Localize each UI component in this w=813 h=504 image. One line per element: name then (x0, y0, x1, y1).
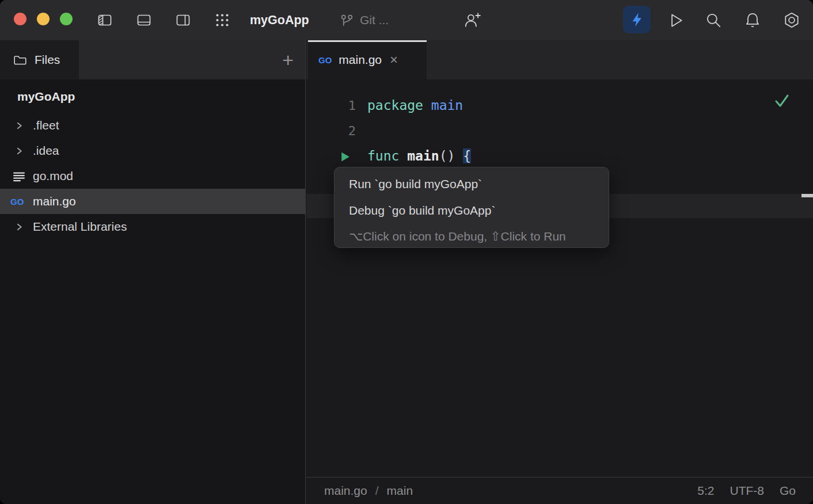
file-language[interactable]: Go (780, 484, 796, 498)
bell-icon (743, 11, 762, 29)
notifications-button[interactable] (743, 11, 762, 29)
status-bar: main.go / main 5:2 UTF-8 Go (306, 477, 813, 504)
folder-icon (12, 52, 28, 68)
fleet-window: myGoApp Git ... (0, 0, 813, 504)
tree-item-label: go.mod (33, 169, 73, 183)
close-window-button[interactable] (14, 13, 26, 25)
play-icon (666, 11, 685, 29)
run-button[interactable] (666, 11, 685, 29)
go-file-icon: GO (13, 197, 33, 207)
editor-panel: GO main.go × 1 package main 2 (306, 40, 813, 504)
left-panel: Files + myGoApp .fleet .idea (0, 40, 306, 504)
toggle-left-panel-button[interactable] (96, 11, 114, 29)
code-line-2: 2 (306, 118, 813, 143)
breadcrumb-separator: / (375, 484, 379, 498)
search-icon (704, 11, 723, 29)
tree-item-fleet[interactable]: .fleet (0, 113, 305, 138)
file-tree: myGoApp .fleet .idea (0, 79, 305, 239)
tree-item-idea[interactable]: .idea (0, 138, 305, 163)
popup-hint-text: ⌥Click on icon to Debug, ⇧Click to Run (335, 224, 609, 249)
breadcrumb[interactable]: main.go / main (324, 484, 413, 498)
workspaces-button[interactable] (213, 11, 231, 29)
tree-item-maingo[interactable]: GO main.go (0, 189, 305, 214)
scrollbar-thumb[interactable] (801, 194, 813, 197)
lines-file-icon (13, 169, 33, 184)
minimize-window-button[interactable] (37, 13, 50, 25)
status-right-group: 5:2 UTF-8 Go (697, 484, 796, 498)
files-tab-label: Files (35, 53, 60, 67)
app-grid-icon (214, 12, 231, 29)
editor-tab-strip: GO main.go × (306, 40, 813, 79)
panel-right-icon (174, 12, 192, 29)
git-widget[interactable]: Git ... (339, 0, 389, 40)
breadcrumb-file[interactable]: main.go (324, 484, 367, 498)
traffic-lights (14, 13, 73, 25)
close-tab-icon[interactable]: × (390, 52, 398, 68)
panel-bottom-icon (135, 12, 153, 29)
caret-position[interactable]: 5:2 (697, 484, 714, 498)
editor-tab-maingo[interactable]: GO main.go × (308, 40, 427, 79)
file-encoding[interactable]: UTF-8 (730, 484, 764, 498)
add-tab-button[interactable]: + (279, 50, 297, 70)
editor-content[interactable]: 1 package main 2 func main() { (306, 79, 813, 477)
tree-item-external-libraries[interactable]: External Libraries (0, 214, 305, 239)
tree-item-label: .fleet (33, 119, 59, 132)
code-area: 1 package main 2 func main() { (306, 79, 813, 169)
gear-icon (782, 11, 801, 29)
line-number: 2 (306, 124, 356, 138)
add-collaborator-icon (463, 11, 481, 29)
tree-project-root[interactable]: myGoApp (0, 84, 305, 109)
run-menu-button[interactable] (623, 6, 651, 33)
tree-item-label: main.go (33, 194, 76, 208)
popup-debug-item[interactable]: Debug `go build myGoApp` (335, 197, 609, 224)
collaborate-button[interactable] (463, 11, 481, 29)
search-button[interactable] (704, 11, 723, 29)
panel-left-icon (96, 12, 113, 29)
run-lightning-icon (629, 12, 645, 28)
chevron-right-icon (13, 121, 33, 130)
editor-tab-label: main.go (339, 53, 382, 67)
top-bar: myGoApp Git ... (0, 0, 813, 40)
chevron-right-icon (13, 223, 33, 231)
tab-files[interactable]: Files (0, 40, 79, 79)
run-gutter-popup: Run `go build myGoApp` Debug `go build m… (334, 167, 609, 248)
go-file-icon: GO (318, 55, 332, 65)
left-panel-tab-strip: Files + (0, 40, 305, 79)
tree-item-gomod[interactable]: go.mod (0, 163, 305, 189)
toggle-right-panel-button[interactable] (174, 11, 192, 29)
git-label: Git ... (360, 13, 389, 27)
gutter-run-button[interactable] (306, 149, 356, 163)
settings-button[interactable] (782, 11, 801, 29)
project-title: myGoApp (250, 0, 309, 40)
toggle-bottom-panel-button[interactable] (135, 11, 153, 29)
code-line-1: 1 package main (306, 93, 813, 118)
breadcrumb-symbol[interactable]: main (387, 484, 413, 498)
chevron-right-icon (13, 147, 33, 155)
run-play-icon (339, 151, 351, 163)
zoom-window-button[interactable] (60, 13, 73, 25)
tree-item-label: .idea (33, 144, 59, 158)
git-branch-icon (339, 13, 354, 28)
line-number: 1 (306, 98, 356, 113)
code-line-3: func main() { (306, 143, 813, 169)
popup-run-item[interactable]: Run `go build myGoApp` (335, 171, 609, 197)
tree-item-label: External Libraries (33, 220, 127, 234)
